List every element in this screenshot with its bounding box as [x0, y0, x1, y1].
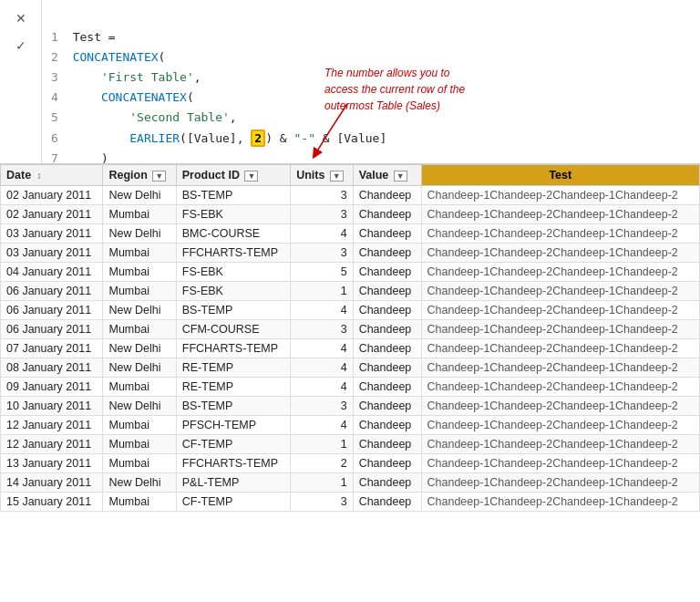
cell-test: Chandeep-1Chandeep-2Chandeep-1Chandeep-2	[421, 473, 699, 493]
col-header-value[interactable]: Value ▼	[353, 165, 421, 186]
cell-date: 04 January 2011	[1, 263, 103, 282]
cell-product_id: FS-EBK	[176, 205, 290, 224]
cell-units: 4	[291, 339, 354, 358]
table-row: 12 January 2011MumbaiCF-TEMP1ChandeepCha…	[1, 435, 700, 454]
table-body: 02 January 2011New DelhiBS-TEMP3Chandeep…	[1, 186, 700, 512]
cell-product_id: BMC-COURSE	[176, 224, 290, 244]
cell-date: 10 January 2011	[1, 397, 103, 416]
cell-region: New Delhi	[103, 224, 176, 244]
table-row: 03 January 2011New DelhiBMC-COURSE4Chand…	[1, 224, 700, 244]
cell-test: Chandeep-1Chandeep-2Chandeep-1Chandeep-2	[421, 397, 699, 416]
table-row: 09 January 2011MumbaiRE-TEMP4ChandeepCha…	[1, 378, 700, 397]
cell-value: Chandeep	[353, 186, 421, 205]
cell-product_id: FFCHARTS-TEMP	[176, 244, 290, 263]
cell-units: 3	[291, 397, 354, 416]
table-row: 14 January 2011New DelhiP&L-TEMP1Chandee…	[1, 473, 700, 493]
cell-region: Mumbai	[103, 454, 176, 473]
table-header-row: Date ↕ Region ▼ Product ID ▼ Units ▼ Val…	[1, 165, 700, 186]
cell-region: New Delhi	[103, 358, 176, 378]
cell-value: Chandeep	[353, 358, 421, 378]
cell-units: 3	[291, 320, 354, 339]
cell-test: Chandeep-1Chandeep-2Chandeep-1Chandeep-2	[421, 224, 699, 244]
formula-toolbar: ✕ ✓	[0, 0, 42, 163]
cell-date: 14 January 2011	[1, 473, 103, 493]
cell-test: Chandeep-1Chandeep-2Chandeep-1Chandeep-2	[421, 454, 699, 473]
cell-region: Mumbai	[103, 493, 176, 512]
cell-value: Chandeep	[353, 244, 421, 263]
confirm-button[interactable]: ✓	[10, 35, 32, 57]
cell-value: Chandeep	[353, 378, 421, 397]
cell-test: Chandeep-1Chandeep-2Chandeep-1Chandeep-2	[421, 435, 699, 454]
cell-date: 03 January 2011	[1, 244, 103, 263]
cell-test: Chandeep-1Chandeep-2Chandeep-1Chandeep-2	[421, 339, 699, 358]
cell-product_id: PFSCH-TEMP	[176, 416, 290, 435]
cancel-button[interactable]: ✕	[10, 7, 32, 29]
cell-date: 08 January 2011	[1, 358, 103, 378]
cell-product_id: FS-EBK	[176, 263, 290, 282]
cell-region: New Delhi	[103, 301, 176, 320]
cell-product_id: RE-TEMP	[176, 378, 290, 397]
cell-region: Mumbai	[103, 320, 176, 339]
cell-region: New Delhi	[103, 397, 176, 416]
cell-test: Chandeep-1Chandeep-2Chandeep-1Chandeep-2	[421, 493, 699, 512]
cell-product_id: P&L-TEMP	[176, 473, 290, 493]
cell-value: Chandeep	[353, 435, 421, 454]
filter-icon-product-id[interactable]: ▼	[244, 171, 258, 182]
cell-product_id: CF-TEMP	[176, 435, 290, 454]
cell-date: 06 January 2011	[1, 282, 103, 301]
cell-test: Chandeep-1Chandeep-2Chandeep-1Chandeep-2	[421, 244, 699, 263]
cell-product_id: FFCHARTS-TEMP	[176, 339, 290, 358]
col-header-date[interactable]: Date ↕	[1, 165, 103, 186]
col-header-units[interactable]: Units ▼	[291, 165, 354, 186]
cell-product_id: CFM-COURSE	[176, 320, 290, 339]
cell-date: 06 January 2011	[1, 301, 103, 320]
cell-date: 12 January 2011	[1, 416, 103, 435]
cell-region: New Delhi	[103, 473, 176, 493]
cell-value: Chandeep	[353, 320, 421, 339]
col-header-region[interactable]: Region ▼	[103, 165, 176, 186]
cell-date: 07 January 2011	[1, 339, 103, 358]
filter-icon-region[interactable]: ▼	[152, 171, 166, 182]
cell-test: Chandeep-1Chandeep-2Chandeep-1Chandeep-2	[421, 205, 699, 224]
cell-test: Chandeep-1Chandeep-2Chandeep-1Chandeep-2	[421, 320, 699, 339]
table-row: 03 January 2011MumbaiFFCHARTS-TEMP3Chand…	[1, 244, 700, 263]
cell-region: Mumbai	[103, 263, 176, 282]
cell-value: Chandeep	[353, 339, 421, 358]
cell-region: Mumbai	[103, 435, 176, 454]
filter-icon-value[interactable]: ▼	[394, 171, 407, 182]
cell-region: Mumbai	[103, 378, 176, 397]
cell-value: Chandeep	[353, 416, 421, 435]
cell-product_id: BS-TEMP	[176, 301, 290, 320]
cell-product_id: BS-TEMP	[176, 397, 290, 416]
cell-date: 02 January 2011	[1, 205, 103, 224]
cell-test: Chandeep-1Chandeep-2Chandeep-1Chandeep-2	[421, 416, 699, 435]
cell-test: Chandeep-1Chandeep-2Chandeep-1Chandeep-2	[421, 263, 699, 282]
cell-date: 06 January 2011	[1, 320, 103, 339]
cell-units: 4	[291, 358, 354, 378]
cell-product_id: FS-EBK	[176, 282, 290, 301]
data-table: Date ↕ Region ▼ Product ID ▼ Units ▼ Val…	[0, 164, 700, 512]
data-table-container: Date ↕ Region ▼ Product ID ▼ Units ▼ Val…	[0, 164, 700, 602]
cell-units: 3	[291, 493, 354, 512]
cell-units: 1	[291, 473, 354, 493]
col-header-test: Test	[421, 165, 699, 186]
col-header-product-id[interactable]: Product ID ▼	[176, 165, 290, 186]
cell-region: Mumbai	[103, 416, 176, 435]
formula-bar: ✕ ✓ 1 Test = 2 CONCATENATEX( 3 'First Ta…	[0, 0, 700, 164]
filter-icon-units[interactable]: ▼	[330, 171, 344, 182]
table-row: 02 January 2011New DelhiBS-TEMP3Chandeep…	[1, 186, 700, 205]
cell-date: 13 January 2011	[1, 454, 103, 473]
table-row: 08 January 2011New DelhiRE-TEMP4Chandeep…	[1, 358, 700, 378]
table-row: 07 January 2011New DelhiFFCHARTS-TEMP4Ch…	[1, 339, 700, 358]
table-row: 15 January 2011MumbaiCF-TEMP3ChandeepCha…	[1, 493, 700, 512]
cell-test: Chandeep-1Chandeep-2Chandeep-1Chandeep-2	[421, 378, 699, 397]
cell-date: 12 January 2011	[1, 435, 103, 454]
cell-product_id: RE-TEMP	[176, 358, 290, 378]
cell-product_id: FFCHARTS-TEMP	[176, 454, 290, 473]
cell-units: 3	[291, 244, 354, 263]
cell-region: New Delhi	[103, 339, 176, 358]
cell-product_id: BS-TEMP	[176, 186, 290, 205]
cell-value: Chandeep	[353, 205, 421, 224]
cell-test: Chandeep-1Chandeep-2Chandeep-1Chandeep-2	[421, 186, 699, 205]
cell-date: 09 January 2011	[1, 378, 103, 397]
